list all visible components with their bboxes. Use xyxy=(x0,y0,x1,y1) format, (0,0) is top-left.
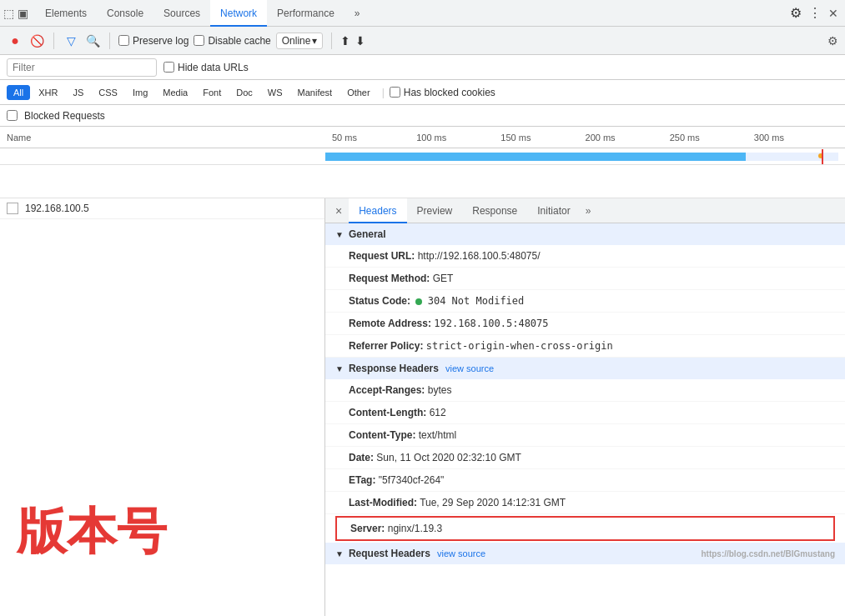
watermark-text: https://blog.csdn.net/BIGmustang xyxy=(701,549,835,558)
last-modified-key: Last-Modified: xyxy=(349,497,417,508)
filter-all[interactable]: All xyxy=(7,85,30,100)
record-button[interactable]: ● xyxy=(7,33,23,49)
filter-img[interactable]: Img xyxy=(126,85,154,100)
tab-preview[interactable]: Preview xyxy=(407,198,463,223)
response-triangle: ▼ xyxy=(335,364,344,373)
tab-more[interactable]: » xyxy=(345,0,370,27)
device-icon[interactable]: ▣ xyxy=(18,7,28,20)
accept-ranges-value: bytes xyxy=(428,384,452,396)
headers-content: ▼ General Request URL: http://192.168.10… xyxy=(325,223,845,564)
disable-cache-input[interactable] xyxy=(194,35,204,46)
filter-ws[interactable]: WS xyxy=(261,85,289,100)
request-url-entry: Request URL: http://192.168.100.5:48075/ xyxy=(325,245,845,268)
disable-cache-checkbox[interactable]: Disable cache xyxy=(194,35,270,47)
filter-input[interactable] xyxy=(7,58,157,77)
request-method-value: GET xyxy=(433,273,454,284)
timeline-header: Name 50 ms 100 ms 150 ms 200 ms 250 ms 3… xyxy=(0,127,845,148)
blocked-requests-label: Blocked Requests xyxy=(24,110,105,122)
content-length-key: Content-Length: xyxy=(349,407,426,418)
preserve-log-checkbox[interactable]: Preserve log xyxy=(118,35,189,47)
content-type-entry: Content-Type: text/html xyxy=(325,424,845,447)
tab-headers[interactable]: Headers xyxy=(349,198,406,223)
tick-250ms: 250 ms xyxy=(670,133,754,143)
last-modified-value: Tue, 29 Sep 2020 14:12:31 GMT xyxy=(420,497,566,508)
close-icon[interactable]: ✕ xyxy=(828,7,838,20)
more-icon[interactable]: ⋮ xyxy=(808,5,822,21)
request-item[interactable]: 192.168.100.5 xyxy=(0,198,324,219)
blocked-requests-checkbox[interactable] xyxy=(7,110,18,121)
download-icon[interactable]: ⬇ xyxy=(355,34,365,48)
filter-font[interactable]: Font xyxy=(196,85,228,100)
has-blocked-cookies-input[interactable] xyxy=(390,87,400,98)
filter-js[interactable]: JS xyxy=(66,85,90,100)
has-blocked-cookies-checkbox[interactable]: Has blocked cookies xyxy=(390,87,495,98)
remote-address-value: 192.168.100.5:48075 xyxy=(434,318,548,329)
tab-performance[interactable]: Performance xyxy=(267,0,345,27)
tab-sources[interactable]: Sources xyxy=(153,0,210,27)
last-modified-entry: Last-Modified: Tue, 29 Sep 2020 14:12:31… xyxy=(325,492,845,514)
referrer-policy-entry: Referrer Policy: strict-origin-when-cros… xyxy=(325,335,845,358)
timeline-bar-marker xyxy=(822,149,823,164)
preserve-log-input[interactable] xyxy=(118,35,129,46)
server-key: Server: xyxy=(350,523,385,534)
timeline-bar-row xyxy=(0,148,845,165)
tab-elements[interactable]: Elements xyxy=(35,0,97,27)
filter-xhr[interactable]: XHR xyxy=(32,85,64,100)
tick-100ms: 100 ms xyxy=(416,133,500,143)
tick-50ms: 50 ms xyxy=(332,133,416,143)
request-url-key: Request URL: xyxy=(349,250,415,262)
settings-icon[interactable]: ⚙ xyxy=(790,5,802,21)
view-source-link[interactable]: view source xyxy=(445,363,494,373)
etag-value: "5f7340cf-264" xyxy=(379,474,445,486)
tab-console[interactable]: Console xyxy=(97,0,153,27)
tab-initiator[interactable]: Initiator xyxy=(527,198,580,223)
filter-css[interactable]: CSS xyxy=(92,85,124,100)
more-tabs[interactable]: » xyxy=(581,205,596,217)
blocked-requests-row: Blocked Requests xyxy=(0,105,845,127)
status-code-value: 304 Not Modified xyxy=(428,295,525,307)
response-title: Response Headers xyxy=(349,363,439,374)
search-icon[interactable]: 🔍 xyxy=(84,33,101,49)
hide-data-urls-input[interactable] xyxy=(163,62,174,73)
request-method-key: Request Method: xyxy=(349,273,430,284)
toolbar-separator-1 xyxy=(53,33,54,49)
timeline-bar-fill xyxy=(325,153,746,161)
request-view-source-link[interactable]: view source xyxy=(437,548,485,558)
right-panel: × Headers Preview Response Initiator » ▼… xyxy=(325,198,845,616)
devtools-icons: ⬚ ▣ xyxy=(3,7,28,20)
tab-response[interactable]: Response xyxy=(462,198,527,223)
general-title: General xyxy=(349,228,386,240)
response-section-header[interactable]: ▼ Response Headers view source xyxy=(325,358,845,379)
filter-media[interactable]: Media xyxy=(156,85,194,100)
filter-manifest[interactable]: Manifest xyxy=(291,85,340,100)
tick-300ms: 300 ms xyxy=(754,133,838,143)
accept-ranges-entry: Accept-Ranges: bytes xyxy=(325,379,845,402)
request-headers-section-header[interactable]: ▼ Request Headers view source https://bl… xyxy=(325,543,845,564)
clear-button[interactable]: 🚫 xyxy=(28,33,45,49)
general-section-header[interactable]: ▼ General xyxy=(325,223,845,245)
toolbar-separator-3 xyxy=(331,33,332,49)
name-column-header: Name xyxy=(7,133,332,143)
filter-row: Hide data URLs xyxy=(0,55,845,80)
throttle-select[interactable]: Online ▾ xyxy=(276,33,324,49)
server-value: nginx/1.19.3 xyxy=(388,523,442,534)
filter-other[interactable]: Other xyxy=(340,85,377,100)
request-headers-triangle: ▼ xyxy=(335,549,344,558)
content-length-entry: Content-Length: 612 xyxy=(325,402,845,424)
request-checkbox[interactable] xyxy=(7,203,18,214)
right-tabs: × Headers Preview Response Initiator » xyxy=(325,198,845,223)
upload-icon[interactable]: ⬆ xyxy=(340,34,350,48)
toolbar-settings-icon[interactable]: ⚙ xyxy=(827,34,838,48)
filter-icon[interactable]: ▽ xyxy=(63,33,79,49)
request-name: 192.168.100.5 xyxy=(25,203,89,214)
close-tab-button[interactable]: × xyxy=(329,204,349,218)
accept-ranges-key: Accept-Ranges: xyxy=(349,384,425,396)
separator: | xyxy=(382,87,385,98)
hide-data-urls-checkbox[interactable]: Hide data URLs xyxy=(163,62,249,73)
inspect-icon[interactable]: ⬚ xyxy=(3,7,14,20)
tab-network[interactable]: Network xyxy=(210,0,267,27)
filter-doc[interactable]: Doc xyxy=(229,85,259,100)
remote-address-entry: Remote Address: 192.168.100.5:48075 xyxy=(325,313,845,335)
request-headers-title: Request Headers xyxy=(349,548,430,559)
date-entry: Date: Sun, 11 Oct 2020 02:32:10 GMT xyxy=(325,447,845,469)
